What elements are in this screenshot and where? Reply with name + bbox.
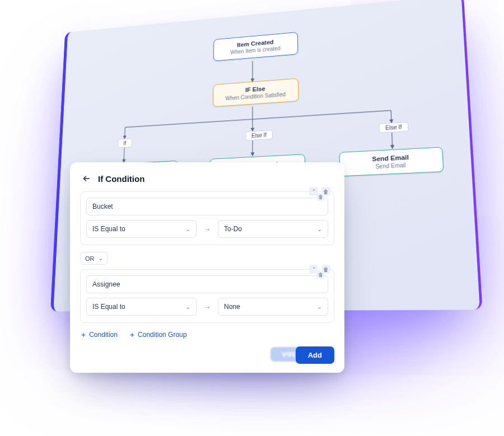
operator-select[interactable]: IS Equal to ⌄ <box>86 220 197 238</box>
value-text: To-Do <box>224 225 242 233</box>
if-condition-panel: If Condition ˄ 🗑 Bucket 🗑 IS Equal to ⌄ … <box>70 162 344 373</box>
value-text: None <box>224 303 240 311</box>
node-trigger[interactable]: Item Created When Item is created <box>213 32 298 62</box>
chevron-up-icon: ˄ <box>312 189 315 195</box>
value-select[interactable]: None ⌄ <box>218 298 328 316</box>
node-if-else[interactable]: IF Else When Condition Satisfied <box>213 78 298 107</box>
back-button[interactable] <box>80 172 92 185</box>
chevron-down-icon: ⌄ <box>317 226 322 233</box>
svg-line-3 <box>125 128 125 139</box>
add-group-label: Condition Group <box>138 331 186 339</box>
logic-join-label: OR <box>85 255 95 262</box>
chevron-up-icon: ˄ <box>312 266 315 273</box>
trash-icon: 🗑 <box>318 194 323 200</box>
add-condition-button[interactable]: + Condition <box>81 331 118 339</box>
node-subtitle: Send Email <box>353 161 430 171</box>
branch-chip-elseif-1[interactable]: Else If <box>245 130 272 140</box>
operator-value: IS Equal to <box>92 225 125 233</box>
svg-line-6 <box>124 148 124 162</box>
trash-icon: 🗑 <box>318 272 323 278</box>
plus-icon: + <box>81 331 86 339</box>
node-title: Send Email <box>352 153 429 163</box>
field-value: Assignee <box>92 280 120 288</box>
arrow-right-icon: → <box>201 298 213 315</box>
svg-line-8 <box>392 133 393 148</box>
field-select[interactable]: Bucket 🗑 <box>86 198 328 215</box>
panel-title: If Condition <box>98 174 144 184</box>
svg-line-5 <box>391 110 391 123</box>
arrow-right-icon: → <box>201 221 213 237</box>
operator-select[interactable]: IS Equal to ⌄ <box>86 298 197 316</box>
delete-condition-button[interactable]: 🗑 <box>316 271 324 279</box>
branch-chip-if[interactable]: If <box>118 138 132 148</box>
add-condition-group-button[interactable]: + Condition Group <box>130 331 187 339</box>
node-action-send-email[interactable]: Send Email Send Email <box>339 147 444 176</box>
chevron-down-icon: ⌄ <box>185 303 190 311</box>
plus-icon: + <box>130 331 134 339</box>
condition-group-2: ˄ 🗑 Assignee 🗑 IS Equal to ⌄ → None ⌄ <box>80 269 334 323</box>
logic-join-select[interactable]: OR ⌄ <box>80 252 108 265</box>
condition-group-1: ˄ 🗑 Bucket 🗑 IS Equal to ⌄ → To-Do ⌄ <box>80 191 334 245</box>
branch-chip-elseif-2[interactable]: Else If <box>379 122 408 133</box>
field-value: Bucket <box>92 203 113 210</box>
delete-condition-button[interactable]: 🗑 <box>316 193 324 201</box>
submit-label: Add <box>308 351 322 359</box>
chevron-down-icon: ⌄ <box>185 226 190 233</box>
arrow-left-icon <box>82 174 91 183</box>
field-select[interactable]: Assignee 🗑 <box>86 275 328 293</box>
add-condition-label: Condition <box>89 331 118 339</box>
value-select[interactable]: To-Do ⌄ <box>218 220 328 238</box>
chevron-down-icon: ⌄ <box>317 303 322 311</box>
svg-line-2 <box>125 110 391 127</box>
operator-value: IS Equal to <box>92 303 125 311</box>
chevron-down-icon: ⌄ <box>98 255 103 262</box>
submit-button[interactable]: Add <box>296 346 334 364</box>
